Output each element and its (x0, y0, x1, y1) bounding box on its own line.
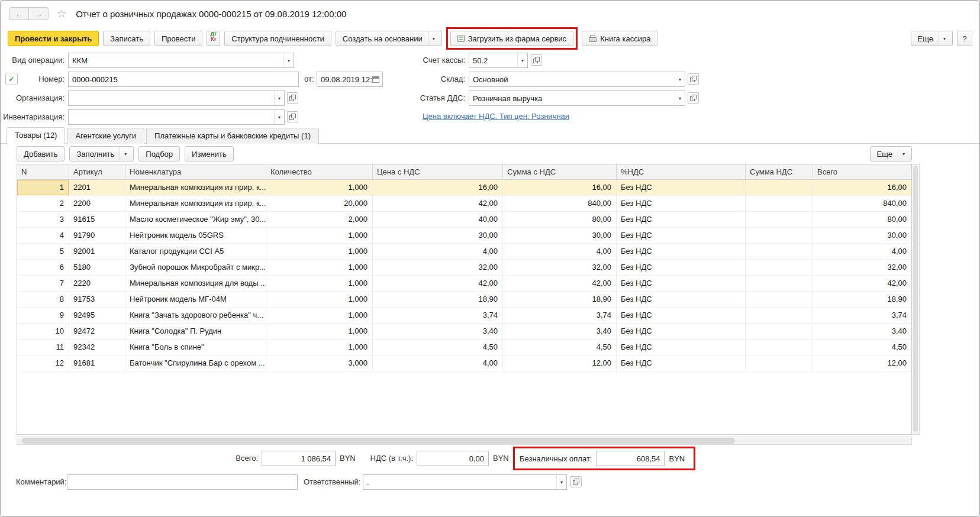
responsible-open-button[interactable] (570, 476, 582, 487)
cell-name[interactable]: Каталог продукции CCI А5 (125, 244, 266, 260)
cell-total[interactable]: 80,00 (813, 212, 911, 228)
cell-sum[interactable]: 16,00 (503, 180, 617, 196)
cell-vatsum[interactable] (746, 196, 813, 212)
organization-open-button[interactable] (287, 92, 298, 104)
cell-n[interactable]: 2 (17, 196, 69, 212)
cell-sum[interactable]: 42,00 (503, 276, 617, 292)
cell-sum[interactable]: 4,00 (503, 244, 617, 260)
cell-vatsum[interactable] (746, 180, 813, 196)
cell-qty[interactable]: 1,000 (266, 180, 373, 196)
table-row[interactable]: 22200Минеральная композиция из прир. к..… (17, 196, 911, 212)
table-row[interactable]: 65180Зубной порошок Микробрайт с микр...… (17, 260, 911, 276)
cell-article[interactable]: 2220 (69, 276, 125, 292)
write-button[interactable]: Записать (103, 31, 150, 46)
cashier-book-button[interactable]: Книга кассира (582, 31, 657, 46)
cell-total[interactable]: 4,50 (813, 340, 911, 356)
tab-goods[interactable]: Товары (12) (7, 127, 65, 144)
cell-price[interactable]: 3,74 (373, 308, 503, 324)
table-row[interactable]: 1291681Батончик "Спирулина Бар с орехом … (17, 356, 911, 371)
chevron-down-icon[interactable]: ▾ (517, 53, 527, 67)
cell-name[interactable]: Книга "Солодка" П. Рудин (125, 324, 266, 340)
cell-article[interactable]: 5180 (69, 260, 125, 276)
table-row[interactable]: 891753Нейтроник модель МГ-04М1,00018,901… (17, 292, 911, 308)
cell-price[interactable]: 4,00 (373, 356, 503, 371)
cell-price[interactable]: 16,00 (373, 180, 503, 196)
cell-sum[interactable]: 4,50 (503, 340, 617, 356)
cell-vatsum[interactable] (746, 356, 813, 371)
cell-vatsum[interactable] (746, 340, 813, 356)
table-row[interactable]: 72220Минеральная композиция для воды ...… (17, 276, 911, 292)
warehouse-open-button[interactable] (688, 73, 699, 85)
cell-vat[interactable]: Без НДС (617, 292, 746, 308)
cell-vatsum[interactable] (746, 324, 813, 340)
cell-name[interactable]: Батончик "Спирулина Бар с орехом ... (125, 356, 266, 371)
cell-vat[interactable]: Без НДС (617, 212, 746, 228)
post-button[interactable]: Провести (154, 31, 203, 46)
cell-price[interactable]: 18,90 (373, 292, 503, 308)
cell-name[interactable]: Книга "Боль в спине" (125, 340, 266, 356)
cell-name[interactable]: Минеральная композиция из прир. к... (125, 196, 266, 212)
chevron-down-icon[interactable]: ▾ (428, 31, 435, 46)
cell-article[interactable]: 2201 (69, 180, 125, 196)
cell-sum[interactable]: 32,00 (503, 260, 617, 276)
column-header-vat-rate[interactable]: %НДС (617, 164, 746, 179)
cell-vat[interactable]: Без НДС (617, 244, 746, 260)
more-button[interactable]: Еще ▾ (911, 31, 953, 46)
vertical-scrollbar-thumb[interactable] (913, 166, 918, 432)
cell-price[interactable]: 30,00 (373, 228, 503, 244)
cell-sum[interactable]: 840,00 (503, 196, 617, 212)
table-row[interactable]: 1192342Книга "Боль в спине"1,0004,504,50… (17, 340, 911, 356)
chevron-down-icon[interactable]: ▾ (274, 110, 284, 124)
cell-vatsum[interactable] (746, 276, 813, 292)
chevron-down-icon[interactable]: ▾ (675, 91, 685, 105)
dds-select[interactable]: Розничная выручка ▾ (469, 91, 685, 106)
cell-qty[interactable]: 20,000 (266, 196, 373, 212)
cash-account-select[interactable]: 50.2 ▾ (469, 53, 528, 68)
cell-vatsum[interactable] (746, 260, 813, 276)
cell-vat[interactable]: Без НДС (617, 276, 746, 292)
cell-qty[interactable]: 1,000 (266, 260, 373, 276)
cell-n[interactable]: 9 (17, 308, 69, 324)
dtkt-button[interactable]: Дт Кт (207, 31, 220, 46)
column-header-vat-sum[interactable]: Сумма НДС (746, 164, 813, 179)
cell-n[interactable]: 11 (17, 340, 69, 356)
cell-n[interactable]: 8 (17, 292, 69, 308)
add-row-button[interactable]: Добавить (17, 146, 65, 161)
cell-n[interactable]: 4 (17, 228, 69, 244)
cell-qty[interactable]: 1,000 (266, 340, 373, 356)
cell-n[interactable]: 5 (17, 244, 69, 260)
forward-button[interactable]: → (28, 7, 49, 20)
cell-article[interactable]: 92495 (69, 308, 125, 324)
cell-vat[interactable]: Без НДС (617, 228, 746, 244)
cell-vat[interactable]: Без НДС (617, 180, 746, 196)
cell-article[interactable]: 91615 (69, 212, 125, 228)
table-row[interactable]: 592001Каталог продукции CCI А51,0004,004… (17, 244, 911, 260)
inventory-open-button[interactable] (287, 111, 298, 122)
cell-total[interactable]: 16,00 (813, 180, 911, 196)
table-row[interactable]: 391615Масло косметическое "Жир эму", 30.… (17, 212, 911, 228)
cell-qty[interactable]: 1,000 (266, 228, 373, 244)
subordination-structure-button[interactable]: Структура подчиненности (224, 31, 331, 46)
cell-n[interactable]: 12 (17, 356, 69, 371)
cell-total[interactable]: 3,40 (813, 324, 911, 340)
column-header-nomenclature[interactable]: Номенклатура (125, 164, 266, 179)
change-button[interactable]: Изменить (185, 146, 234, 161)
cell-sum[interactable]: 30,00 (503, 228, 617, 244)
tab-payment-cards[interactable]: Платежные карты и банковские кредиты (1) (146, 128, 319, 144)
cell-price[interactable]: 42,00 (373, 276, 503, 292)
cell-price[interactable]: 4,50 (373, 340, 503, 356)
cell-name[interactable]: Нейтроник модель 05GRS (125, 228, 266, 244)
table-row[interactable]: 12201Минеральная композиция из прир. к..… (17, 180, 911, 196)
cell-vat[interactable]: Без НДС (617, 356, 746, 371)
cell-n[interactable]: 3 (17, 212, 69, 228)
cell-name[interactable]: Минеральная композиция из прир. к... (125, 180, 266, 196)
organization-select[interactable]: ▾ (68, 91, 285, 106)
cell-qty[interactable]: 1,000 (266, 308, 373, 324)
horizontal-scrollbar[interactable] (17, 437, 912, 445)
cell-vat[interactable]: Без НДС (617, 340, 746, 356)
chevron-down-icon[interactable]: ▾ (898, 147, 905, 161)
cell-name[interactable]: Книга "Зачать здорового ребенка" ч... (125, 308, 266, 324)
cell-n[interactable]: 6 (17, 260, 69, 276)
cell-name[interactable]: Масло косметическое "Жир эму", 30... (125, 212, 266, 228)
cell-name[interactable]: Нейтроник модель МГ-04М (125, 292, 266, 308)
